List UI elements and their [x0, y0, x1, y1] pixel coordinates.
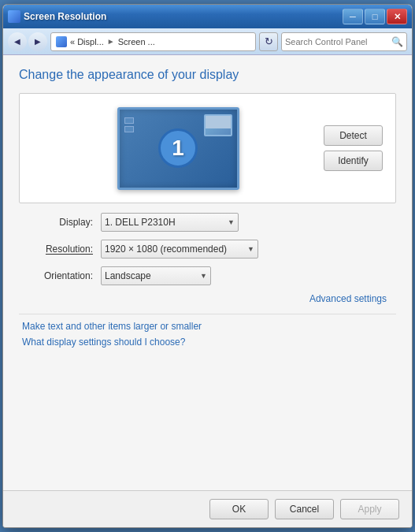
indicator-rect-2 [124, 126, 134, 132]
breadcrumb-separator: ► [107, 37, 115, 46]
monitor-small-screen [206, 116, 231, 129]
address-bar: ◀ ▶ « Displ... ► Screen ... ↻ 🔍 [3, 28, 412, 55]
monitor-preview: 1 [117, 107, 239, 190]
title-bar-controls: ─ □ ✕ [343, 9, 407, 24]
orientation-control: Landscape ▼ [101, 266, 211, 285]
page-title: Change the appearance of your display [19, 68, 396, 82]
window-icon [8, 10, 20, 23]
indicator-rect-1 [124, 117, 134, 124]
display-row: Display: 1. DELL P2310H ▼ [22, 213, 393, 232]
refresh-button[interactable]: ↻ [259, 32, 278, 51]
orientation-select[interactable]: Landscape ▼ [101, 266, 211, 285]
resolution-control: 1920 × 1080 (recommended) ▼ [101, 240, 258, 259]
cancel-button[interactable]: Cancel [275, 499, 334, 519]
display-select[interactable]: 1. DELL P2310H ▼ [101, 213, 239, 232]
orientation-label: Orientation: [22, 270, 93, 281]
orientation-select-value: Landscape [105, 270, 151, 281]
detect-button[interactable]: Detect [324, 125, 383, 146]
monitor-buttons: Detect Identify [324, 125, 383, 171]
monitor-small [204, 114, 232, 136]
monitor-side-indicator [124, 117, 134, 132]
resolution-select[interactable]: 1920 × 1080 (recommended) ▼ [101, 240, 258, 259]
orientation-select-arrow: ▼ [200, 272, 207, 280]
links-section: Make text and other items larger or smal… [19, 314, 396, 354]
back-button[interactable]: ◀ [8, 32, 27, 51]
footer: OK Cancel Apply [3, 490, 412, 527]
minimize-button[interactable]: ─ [343, 9, 363, 24]
resolution-label: Resolution: [22, 244, 93, 255]
close-button[interactable]: ✕ [387, 9, 407, 24]
monitor-number: 1 [158, 128, 198, 168]
resolution-row: Resolution: 1920 × 1080 (recommended) ▼ [22, 240, 393, 259]
help-link-1[interactable]: Make text and other items larger or smal… [22, 321, 393, 332]
ok-button[interactable]: OK [209, 499, 269, 519]
window-title: Screen Resolution [24, 11, 106, 22]
orientation-row: Orientation: Landscape ▼ [22, 266, 393, 285]
display-select-arrow: ▼ [228, 218, 235, 226]
resolution-select-value: 1920 × 1080 (recommended) [105, 244, 227, 255]
advanced-link-container: Advanced settings [22, 293, 393, 304]
help-link-2[interactable]: What display settings should I choose? [22, 337, 393, 348]
settings-section: Display: 1. DELL P2310H ▼ Resolution: 19… [19, 213, 396, 304]
breadcrumb-text: « Displ... [70, 37, 104, 47]
main-window: Screen Resolution ─ □ ✕ ◀ ▶ « Displ... ►… [2, 4, 413, 528]
forward-button[interactable]: ▶ [28, 32, 47, 51]
monitor-container: 1 [32, 107, 324, 190]
monitor-area: 1 Detect Identify [19, 93, 396, 203]
title-bar: Screen Resolution ─ □ ✕ [3, 5, 412, 28]
identify-button[interactable]: Identify [324, 151, 383, 171]
display-control: 1. DELL P2310H ▼ [101, 213, 239, 232]
search-input[interactable] [285, 37, 388, 47]
maximize-button[interactable]: □ [365, 9, 385, 24]
breadcrumb-icon [56, 36, 67, 47]
search-bar[interactable]: 🔍 [281, 32, 407, 51]
breadcrumb[interactable]: « Displ... ► Screen ... [50, 32, 256, 51]
breadcrumb-current: Screen ... [118, 37, 155, 47]
display-label: Display: [22, 217, 93, 228]
advanced-settings-link[interactable]: Advanced settings [309, 293, 390, 304]
resolution-select-arrow: ▼ [247, 245, 254, 253]
title-bar-left: Screen Resolution [8, 10, 343, 23]
apply-button[interactable]: Apply [340, 499, 399, 519]
search-icon: 🔍 [391, 36, 403, 47]
main-content: Change the appearance of your display 1 … [3, 55, 412, 490]
nav-buttons: ◀ ▶ [8, 32, 47, 51]
display-select-value: 1. DELL P2310H [105, 217, 176, 228]
